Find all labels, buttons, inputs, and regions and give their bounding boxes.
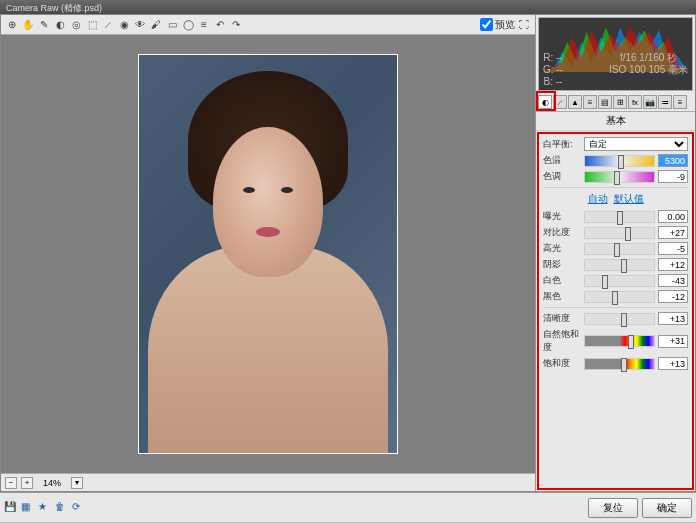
preview-checkbox[interactable]: 预览 bbox=[480, 18, 515, 32]
redeye-icon[interactable]: 👁 bbox=[133, 18, 147, 32]
blacks-input[interactable] bbox=[658, 290, 688, 303]
reset-button[interactable]: 复位 bbox=[588, 498, 638, 518]
image-preview[interactable] bbox=[1, 35, 535, 473]
tab-hsl[interactable]: ≡ bbox=[583, 95, 597, 109]
adjust-brush-icon[interactable]: 🖌 bbox=[149, 18, 163, 32]
star-icon[interactable]: ★ bbox=[38, 501, 52, 515]
tab-curve[interactable]: ⟋ bbox=[553, 95, 567, 109]
clarity-input[interactable] bbox=[658, 312, 688, 325]
panel-tabs: ◐ ⟋ ▲ ≡ ▤ ⊞ fx 📷 ≔ ≡ bbox=[536, 93, 695, 112]
tab-lens[interactable]: ⊞ bbox=[613, 95, 627, 109]
crop-tool-icon[interactable]: ⬚ bbox=[85, 18, 99, 32]
contrast-slider[interactable] bbox=[584, 227, 655, 239]
shadows-slider[interactable] bbox=[584, 259, 655, 271]
rotate-ccw-icon[interactable]: ↶ bbox=[213, 18, 227, 32]
blacks-slider[interactable] bbox=[584, 291, 655, 303]
color-sampler-icon[interactable]: ◐ bbox=[53, 18, 67, 32]
vibrance-slider[interactable] bbox=[584, 335, 655, 347]
wb-label: 白平衡: bbox=[543, 138, 581, 151]
right-panel: R: --G: --B: -- f/16 1/160 秒ISO 100 105 … bbox=[535, 15, 695, 491]
hand-tool-icon[interactable]: ✋ bbox=[21, 18, 35, 32]
default-link[interactable]: 默认值 bbox=[614, 193, 644, 204]
grad-filter-icon[interactable]: ▭ bbox=[165, 18, 179, 32]
saturation-input[interactable] bbox=[658, 357, 688, 370]
highlights-slider[interactable] bbox=[584, 243, 655, 255]
temp-input[interactable] bbox=[658, 154, 688, 167]
tab-fx[interactable]: fx bbox=[628, 95, 642, 109]
contrast-input[interactable] bbox=[658, 226, 688, 239]
whites-slider[interactable] bbox=[584, 275, 655, 287]
zoom-out-button[interactable]: − bbox=[5, 477, 17, 489]
zoom-in-button[interactable]: + bbox=[21, 477, 33, 489]
straighten-icon[interactable]: ⟋ bbox=[101, 18, 115, 32]
radial-filter-icon[interactable]: ◯ bbox=[181, 18, 195, 32]
window-title: Camera Raw (精修.psd) bbox=[0, 0, 696, 14]
temp-slider[interactable] bbox=[584, 155, 655, 167]
basic-panel: 白平衡: 自定 色温 色调 自动默认值 曝光 对比度 高光 阴影 白色 黑色 清… bbox=[537, 132, 694, 490]
tint-slider[interactable] bbox=[584, 171, 655, 183]
prefs-icon[interactable]: ≡ bbox=[197, 18, 211, 32]
grid-icon[interactable]: ▦ bbox=[21, 501, 35, 515]
tab-presets[interactable]: ≔ bbox=[658, 95, 672, 109]
done-button[interactable]: 确定 bbox=[642, 498, 692, 518]
highlights-input[interactable] bbox=[658, 242, 688, 255]
save-icon[interactable]: 💾 bbox=[4, 501, 18, 515]
zoom-menu-button[interactable]: ▾ bbox=[71, 477, 83, 489]
wb-tool-icon[interactable]: ✎ bbox=[37, 18, 51, 32]
rotate-cw-icon[interactable]: ↷ bbox=[229, 18, 243, 32]
footer: 💾 ▦ ★ 🗑 ⟳ 复位 确定 bbox=[0, 492, 696, 522]
histo-exif: f/16 1/160 秒ISO 100 105 毫米 bbox=[609, 52, 688, 88]
exposure-slider[interactable] bbox=[584, 211, 655, 223]
sync-icon[interactable]: ⟳ bbox=[72, 501, 86, 515]
fullscreen-icon[interactable]: ⛶ bbox=[517, 18, 531, 32]
shadows-input[interactable] bbox=[658, 258, 688, 271]
whites-input[interactable] bbox=[658, 274, 688, 287]
footer-icons: 💾 ▦ ★ 🗑 ⟳ bbox=[4, 501, 86, 515]
spot-removal-icon[interactable]: ◉ bbox=[117, 18, 131, 32]
main-area: ⊕ ✋ ✎ ◐ ◎ ⬚ ⟋ ◉ 👁 🖌 ▭ ◯ ≡ ↶ ↷ 预览 ⛶ − + 1… bbox=[0, 14, 696, 492]
tab-menu[interactable]: ≡ bbox=[673, 95, 687, 109]
zoom-tool-icon[interactable]: ⊕ bbox=[5, 18, 19, 32]
tab-camera[interactable]: 📷 bbox=[643, 95, 657, 109]
vibrance-input[interactable] bbox=[658, 335, 688, 348]
auto-link[interactable]: 自动 bbox=[588, 193, 608, 204]
left-pane: ⊕ ✋ ✎ ◐ ◎ ⬚ ⟋ ◉ 👁 🖌 ▭ ◯ ≡ ↶ ↷ 预览 ⛶ − + 1… bbox=[1, 15, 535, 491]
tab-detail[interactable]: ▲ bbox=[568, 95, 582, 109]
tint-input[interactable] bbox=[658, 170, 688, 183]
zoom-value[interactable]: 14% bbox=[37, 478, 67, 488]
saturation-slider[interactable] bbox=[584, 358, 655, 370]
clarity-slider[interactable] bbox=[584, 313, 655, 325]
trash-icon[interactable]: 🗑 bbox=[55, 501, 69, 515]
histo-rgb: R: --G: --B: -- bbox=[543, 52, 563, 88]
target-adjust-icon[interactable]: ◎ bbox=[69, 18, 83, 32]
tab-basic[interactable]: ◐ bbox=[538, 95, 552, 109]
zoom-bar: − + 14% ▾ bbox=[1, 473, 535, 491]
panel-title: 基本 bbox=[536, 112, 695, 131]
tab-split[interactable]: ▤ bbox=[598, 95, 612, 109]
top-toolbar: ⊕ ✋ ✎ ◐ ◎ ⬚ ⟋ ◉ 👁 🖌 ▭ ◯ ≡ ↶ ↷ 预览 ⛶ bbox=[1, 15, 535, 35]
histogram[interactable]: R: --G: --B: -- f/16 1/160 秒ISO 100 105 … bbox=[538, 17, 693, 91]
exposure-input[interactable] bbox=[658, 210, 688, 223]
wb-select[interactable]: 自定 bbox=[584, 137, 688, 151]
